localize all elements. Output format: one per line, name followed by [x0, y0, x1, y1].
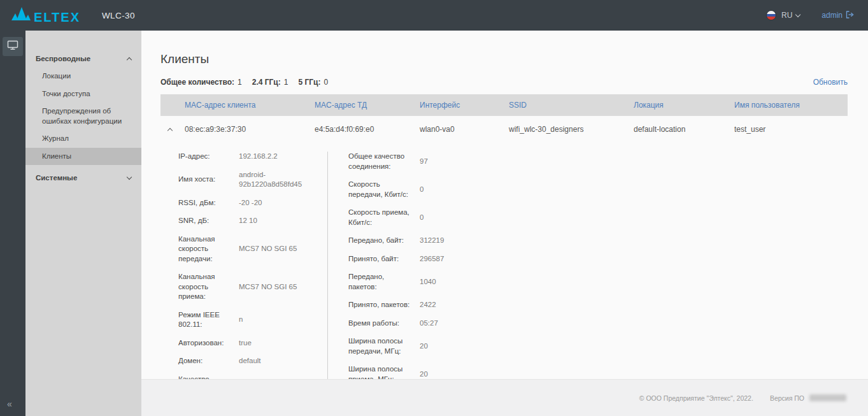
chevron-down-icon [127, 175, 132, 180]
col-header-username[interactable]: Имя пользователя [732, 101, 848, 110]
brand-name: ELTEX [34, 11, 80, 24]
table-header-row: MAC-адрес клиента MAC-адрес ТД Интерфейс… [160, 94, 848, 116]
chevron-up-icon [127, 57, 132, 62]
col-header-ssid[interactable]: SSID [506, 101, 631, 110]
detail-row: SNR, дБ:12 10 [178, 216, 316, 226]
language-selector[interactable]: RU [781, 11, 800, 20]
sidebar-group-wireless-label: Беспроводные [36, 55, 90, 62]
sidebar-item-journal[interactable]: Журнал [25, 130, 141, 148]
topbar-right: RU admin [766, 10, 854, 20]
top-header: ELTEX WLC-30 RU admin [0, 0, 868, 31]
stat-total: Общее количество:1 [160, 78, 242, 87]
sidebar-group-wireless[interactable]: Беспроводные [25, 50, 141, 68]
stat-24ghz-value: 1 [284, 78, 288, 87]
detail-row: Передано, пакетов:1040 [348, 272, 583, 292]
stat-5ghz: 5 ГГц:0 [298, 78, 328, 87]
detail-row: Ширина полосы передачи, МГц:20 [348, 336, 583, 356]
cell-client-mac: 08:ec:a9:3e:37:30 [160, 125, 312, 134]
detail-row: Скорость передачи, Кбит/с:0 [348, 180, 583, 199]
version-redacted [809, 394, 846, 401]
client-mac-value: 08:ec:a9:3e:37:30 [185, 125, 246, 134]
eltex-logo-icon [11, 7, 31, 24]
clients-table: MAC-адрес клиента MAC-адрес ТД Интерфейс… [160, 94, 848, 416]
detail-row: Домен:default [178, 356, 316, 366]
icon-rail: « [0, 31, 25, 416]
detail-row: Скорость приема, Кбит/с:0 [348, 208, 583, 227]
sidebar: Беспроводные Локации Точки доступа Преду… [25, 31, 141, 416]
cell-ap-mac: e4:5a:d4:f0:69:e0 [312, 125, 417, 134]
language-code: RU [781, 11, 792, 20]
detail-row: Общее качество соединения:97 [348, 152, 583, 171]
user-menu[interactable]: admin [822, 11, 854, 20]
chevron-down-icon [795, 11, 800, 17]
col-header-client-mac[interactable]: MAC-адрес клиента [160, 101, 312, 110]
sidebar-item-clients[interactable]: Клиенты [25, 148, 141, 166]
details-left-column: IP-адрес:192.168.2.2 Имя хоста:android-9… [178, 152, 328, 403]
table-row[interactable]: 08:ec:a9:3e:37:30 e4:5a:d4:f0:69:e0 wlan… [160, 116, 848, 143]
detail-row: Имя хоста:android-92b1220a8d58fd45 [178, 170, 316, 190]
monitoring-rail-button[interactable] [3, 37, 23, 56]
refresh-link[interactable]: Обновить [813, 78, 848, 87]
cell-interface: wlan0-va0 [417, 125, 506, 134]
detail-row: Время работы:05:27 [348, 319, 583, 329]
footer: © ООО Предприятие "Элтекс", 2022. Версия… [141, 379, 868, 416]
collapse-sidebar-button[interactable]: « [7, 399, 12, 408]
sidebar-item-config-warnings[interactable]: Предупреждения об ошибках конфигурации [25, 103, 141, 130]
detail-row: Принято, байт:296587 [348, 254, 583, 264]
detail-row: RSSI, дБм:-20 -20 [178, 198, 316, 208]
details-right-column: Общее качество соединения:97 Скорость пе… [328, 152, 583, 403]
col-header-location[interactable]: Локация [631, 101, 732, 110]
stat-5ghz-label: 5 ГГц: [298, 78, 320, 87]
username: admin [822, 11, 843, 20]
sidebar-item-access-points[interactable]: Точки доступа [25, 85, 141, 103]
copyright-text: © ООО Предприятие "Элтекс", 2022. [639, 394, 753, 402]
sidebar-group-system-label: Системные [36, 174, 77, 182]
product-title: WLC-30 [102, 11, 135, 20]
main-content: Клиенты Общее количество:1 2.4 ГГц:1 5 Г… [141, 31, 868, 416]
stats-row: Общее количество:1 2.4 ГГц:1 5 ГГц:0 Обн… [160, 78, 848, 87]
detail-row: Канальная скорость передачи:MCS7 NO SGI … [178, 234, 316, 264]
sidebar-group-system[interactable]: Системные [25, 169, 141, 187]
app: ELTEX WLC-30 RU admin [0, 0, 868, 416]
cell-location: default-location [631, 125, 732, 134]
sidebar-item-locations[interactable]: Локации [25, 68, 141, 85]
col-header-ap-mac[interactable]: MAC-адрес ТД [312, 101, 417, 110]
logout-icon[interactable] [846, 11, 854, 20]
version-label: Версия ПО [770, 394, 804, 402]
detail-row: Авторизован:true [178, 338, 316, 348]
language-flag-icon [766, 10, 776, 20]
detail-row: Передано, байт:312219 [348, 236, 583, 246]
eltex-logo: ELTEX [11, 7, 80, 24]
cell-ssid: wifi_wlc-30_designers [506, 125, 631, 134]
collapse-row-icon[interactable] [167, 128, 173, 133]
version-info: Версия ПО [770, 394, 846, 402]
detail-row: IP-адрес:192.168.2.2 [178, 152, 316, 162]
col-header-interface[interactable]: Интерфейс [417, 101, 506, 110]
page-title: Клиенты [160, 52, 848, 66]
stat-5ghz-value: 0 [324, 78, 328, 87]
detail-row: Принято, пакетов:2422 [348, 300, 583, 310]
stat-24ghz-label: 2.4 ГГц: [252, 78, 281, 87]
detail-row: Режим IEEE 802.11:n [178, 310, 316, 330]
client-details-panel: IP-адрес:192.168.2.2 Имя хоста:android-9… [160, 143, 848, 416]
cell-username: test_user [732, 125, 848, 134]
monitor-icon [7, 40, 18, 53]
stat-total-label: Общее количество: [160, 78, 234, 87]
shell: « Беспроводные Локации Точки доступа Пре… [0, 31, 868, 416]
detail-row: Канальная скорость приема:MCS7 NO SGI 65 [178, 272, 316, 302]
stat-24ghz: 2.4 ГГц:1 [252, 78, 288, 87]
stat-total-value: 1 [238, 78, 242, 87]
